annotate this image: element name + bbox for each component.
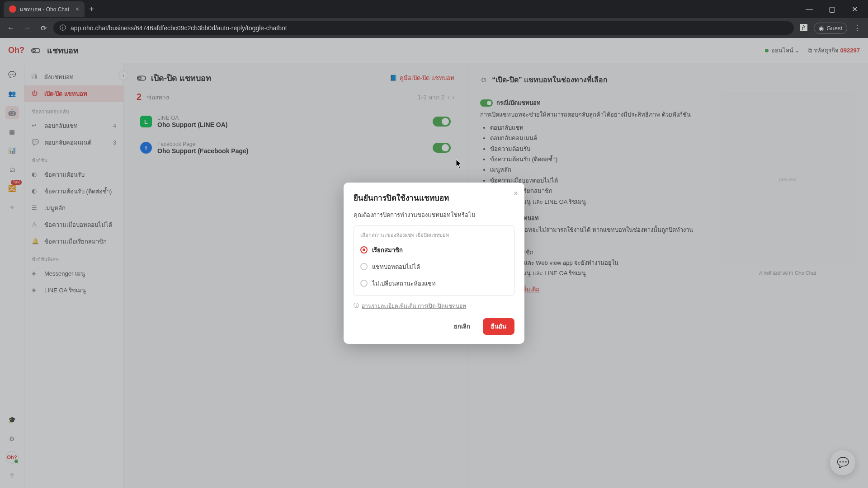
maximize-button[interactable]: ▢ xyxy=(822,2,842,16)
site-info-icon[interactable]: ⓘ xyxy=(60,24,66,32)
info-icon: ⓘ xyxy=(354,302,359,310)
window-controls: — ▢ ✕ xyxy=(799,2,864,16)
guest-label: Guest xyxy=(826,25,842,32)
new-tab-button[interactable]: + xyxy=(85,5,99,14)
browser-toolbar: ← → ⟳ ⓘ app.oho.chat/business/64746afdfe… xyxy=(0,18,868,38)
close-window-button[interactable]: ✕ xyxy=(844,2,864,16)
radio-icon xyxy=(360,280,368,287)
confirm-button[interactable]: ยืนยัน xyxy=(483,318,514,335)
tab-bar: แชทบอท - Oho Chat × + — ▢ ✕ xyxy=(0,0,868,18)
browser-tab[interactable]: แชทบอท - Oho Chat × xyxy=(4,1,85,17)
minimize-button[interactable]: — xyxy=(799,2,819,16)
radio-option-call-staff[interactable]: เรียกสมาชิก xyxy=(354,242,514,258)
radio-option-no-reply[interactable]: แชทบอทตอบไม่ได้ xyxy=(354,258,514,275)
close-tab-icon[interactable]: × xyxy=(75,5,79,13)
translate-icon[interactable]: 🅰 xyxy=(797,22,810,34)
radio-icon xyxy=(360,246,368,253)
profile-button[interactable]: ◉ Guest xyxy=(814,23,847,34)
modal-note-link[interactable]: อ่านรายละเอียดเพิ่มเติม การเปิด-ปิดแชทบอ… xyxy=(362,301,466,310)
menu-icon[interactable]: ⋮ xyxy=(851,22,863,34)
tab-title: แชทบอท - Oho Chat xyxy=(20,5,69,14)
favicon-icon xyxy=(9,5,16,13)
modal-title: ยืนยันการปิดใช้งานแชทบอท xyxy=(354,192,514,204)
app-root: Oh? แชทบอท ออนไลน์ ⌄ ⧉ รหัสธุรกิจ 092297… xyxy=(0,38,868,488)
forward-button[interactable]: → xyxy=(21,22,33,34)
confirm-modal: × ยืนยันการปิดใช้งานแชทบอท คุณต้องการปิด… xyxy=(344,183,524,344)
reload-button[interactable]: ⟳ xyxy=(37,22,50,34)
radio-option-keep[interactable]: ไม่เปลี่ยนสถานะห้องแชท xyxy=(354,275,514,292)
modal-close-button[interactable]: × xyxy=(513,189,518,198)
browser-chrome: แชทบอท - Oho Chat × + — ▢ ✕ ← → ⟳ ⓘ app.… xyxy=(0,0,868,38)
modal-desc: คุณต้องการปิดการทำงานของแชทบอทใช่หรือไม่ xyxy=(354,210,514,220)
radio-icon xyxy=(360,263,368,270)
option-box: เลือกสถานะของห้องแชท เมื่อปิดแชทบอท เรีย… xyxy=(354,225,514,296)
modal-overlay[interactable]: × ยืนยันการปิดใช้งานแชทบอท คุณต้องการปิด… xyxy=(0,38,868,488)
url-text: app.oho.chat/business/64746afdfecbc09c2c… xyxy=(71,24,287,32)
address-bar[interactable]: ⓘ app.oho.chat/business/64746afdfecbc09c… xyxy=(53,21,794,35)
option-heading: เลือกสถานะของห้องแชท เมื่อปิดแชทบอท xyxy=(354,229,514,242)
back-button[interactable]: ← xyxy=(5,22,17,34)
person-icon: ◉ xyxy=(819,25,824,32)
cancel-button[interactable]: ยกเลิก xyxy=(446,318,478,335)
modal-note: ⓘอ่านรายละเอียดเพิ่มเติม การเปิด-ปิดแชทบ… xyxy=(354,301,514,310)
